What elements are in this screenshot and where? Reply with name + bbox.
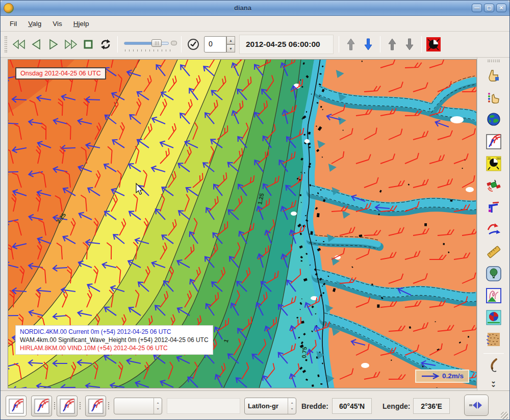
- field-icon: [9, 399, 24, 414]
- field-icon: [88, 399, 104, 414]
- ruler-icon: [486, 244, 501, 259]
- menu-valg[interactable]: Valg: [23, 18, 46, 30]
- observation-clock-icon: 23293: [486, 156, 501, 171]
- quickfield-button-2[interactable]: [31, 396, 52, 416]
- play-button[interactable]: [45, 36, 62, 53]
- timeslider-dialog-button[interactable]: [425, 36, 442, 53]
- current-scale-legend: 0.2m/s: [415, 370, 469, 383]
- current-datetime: 2012-04-25 06:00:00: [239, 35, 334, 54]
- time-offset-value[interactable]: 0: [204, 36, 226, 52]
- maximize-button[interactable]: ▢: [484, 4, 494, 12]
- main-area: 2.251.2511.250.75 Onsdag 2012-04-25 06 U…: [1, 58, 509, 390]
- field-edit-icon: [486, 332, 501, 347]
- minimize-button[interactable]: —: [472, 4, 482, 12]
- menu-vis[interactable]: Vis: [47, 18, 67, 30]
- resize-grip[interactable]: [501, 412, 508, 419]
- tool-sidebar: 23293: [477, 58, 509, 390]
- spin-up-button[interactable]: ▲: [226, 36, 235, 44]
- map-annotation-legend: NORDIC.4KM.00 Current 0m (+54) 2012-04-2…: [15, 325, 213, 355]
- field-edit-button[interactable]: [484, 330, 503, 349]
- level-down-button[interactable]: [360, 36, 377, 53]
- spin-down-button[interactable]: ▼: [226, 44, 235, 52]
- scale-value: 0.2m/s: [442, 372, 464, 380]
- map-date-text: Onsdag 2012-04-25 06 UTC: [20, 70, 101, 77]
- vertical-cross-sections-button[interactable]: [484, 286, 503, 305]
- toolbar: 0 ▲ ▼ 2012-04-25 06:00:00: [1, 32, 509, 58]
- measure-tool-button[interactable]: [484, 243, 503, 261]
- arrow-up-icon: [346, 38, 355, 51]
- close-button[interactable]: ✕: [496, 4, 506, 12]
- clock-icon: [187, 38, 199, 50]
- stations-icon: [487, 200, 501, 215]
- pen-icon: [487, 358, 500, 374]
- app-window: diana — ▢ ✕ Fil Valg Vis Hjelp: [0, 0, 510, 420]
- map-canvas[interactable]: 2.251.2511.250.75 Onsdag 2012-04-25 06 U…: [8, 59, 477, 388]
- toolbar-handle[interactable]: [5, 36, 7, 52]
- menu-fil[interactable]: Fil: [5, 18, 22, 30]
- quickfield-button-1[interactable]: [6, 396, 27, 416]
- type-down-button[interactable]: [401, 36, 418, 53]
- svg-text:0.75: 0.75: [301, 346, 308, 358]
- longitude-label: Lengde:: [382, 402, 410, 410]
- trajectories-dialog-button[interactable]: [484, 220, 503, 239]
- projection-combobox[interactable]: Lat/lon-gr ⌃⌄: [244, 398, 296, 414]
- slider-ticks: [125, 49, 172, 51]
- fast-forward-button[interactable]: [62, 36, 80, 53]
- field-icon: [34, 399, 49, 414]
- wave-spectrum-icon: [486, 310, 501, 325]
- svg-text:23: 23: [488, 157, 491, 160]
- rewind-button[interactable]: [10, 36, 28, 53]
- sidebar-handle[interactable]: [488, 60, 500, 62]
- stop-button[interactable]: [80, 36, 97, 53]
- level-up-button[interactable]: [342, 36, 360, 53]
- cross-section-icon: [486, 288, 501, 303]
- timecontrol-button[interactable]: [185, 36, 202, 53]
- loop-button[interactable]: [97, 36, 114, 53]
- type-up-button[interactable]: [384, 36, 401, 53]
- quick-menu-button[interactable]: [484, 88, 503, 107]
- statusbar-handle: [108, 402, 110, 409]
- satellite-dialog-button[interactable]: [484, 176, 503, 195]
- legend-line-wind: HIRLAM.8KM.00 VIND.10M (+54) 2012-04-25 …: [20, 344, 209, 352]
- legend-line-wave: WAM.4km.00 Significant_Wave_Height 0m (+…: [20, 336, 209, 344]
- time-offset-spinbox[interactable]: 0 ▲ ▼: [204, 36, 235, 52]
- fields-dialog-button[interactable]: [484, 133, 503, 151]
- toggle-panels-button[interactable]: [464, 395, 489, 416]
- wave-spectra-button[interactable]: [484, 308, 503, 327]
- titlebar[interactable]: diana — ▢ ✕: [1, 1, 509, 16]
- longitude-value: 2°36'E: [413, 398, 450, 414]
- play-icon: [48, 39, 59, 50]
- vertical-profiles-button[interactable]: [484, 265, 503, 283]
- menubar: Fil Valg Vis Hjelp: [1, 16, 509, 32]
- pointer-tool-button[interactable]: [484, 66, 503, 85]
- legend-line-current: NORDIC.4KM.00 Current 0m (+54) 2012-04-2…: [20, 328, 209, 336]
- menu-hjelp[interactable]: Hjelp: [68, 18, 94, 30]
- animation-speed-slider[interactable]: [123, 36, 176, 53]
- projection-value: Lat/lon-gr: [245, 402, 288, 410]
- more-tools-chevron[interactable]: ⌄⌄: [491, 379, 496, 386]
- svg-text:293: 293: [496, 157, 501, 160]
- window-title: diana: [14, 4, 472, 12]
- stations-dialog-button[interactable]: [484, 198, 503, 217]
- balloon-icon: [486, 266, 501, 281]
- latitude-value: 60°45'N: [332, 398, 372, 414]
- trajectory-icon: [486, 222, 501, 237]
- observations-dialog-button[interactable]: 23293: [484, 154, 503, 173]
- scale-arrow-icon: [421, 373, 441, 379]
- arrow-down-icon: [405, 38, 414, 51]
- quickfield-button-4[interactable]: [85, 396, 106, 416]
- map-dialog-button[interactable]: [484, 110, 503, 128]
- field-icon: [60, 399, 75, 414]
- arrow-up-icon: [388, 38, 397, 51]
- drawing-tool-button[interactable]: [484, 357, 503, 375]
- statusbar: ⌃⌄ Lat/lon-gr ⌃⌄ Bredde: 60°45'N Lengde:…: [1, 390, 509, 420]
- app-icon: [4, 3, 14, 13]
- latitude-label: Bredde:: [301, 402, 328, 410]
- quickfield-button-3[interactable]: [57, 396, 78, 416]
- quickmenu-combobox[interactable]: ⌃⌄: [114, 398, 162, 414]
- rewind-icon: [12, 39, 26, 49]
- step-back-button[interactable]: [28, 36, 45, 53]
- fast-forward-icon: [64, 39, 78, 49]
- slider-cap: [171, 41, 177, 45]
- slider-handle[interactable]: [151, 39, 162, 47]
